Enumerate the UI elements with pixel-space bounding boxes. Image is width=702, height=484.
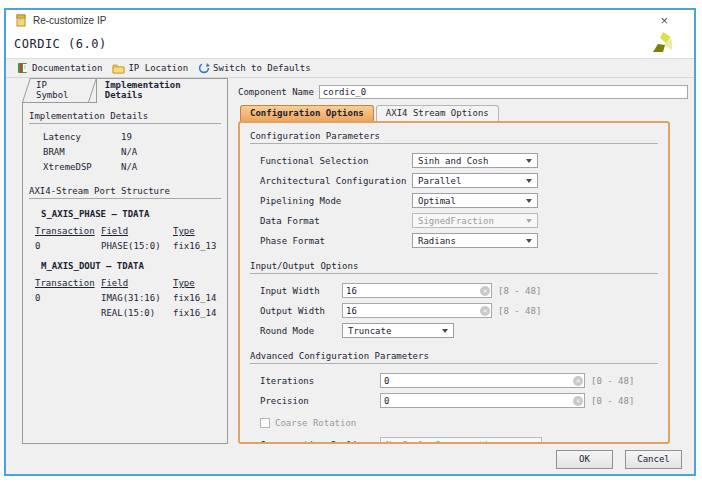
table-cell: IMAG(31:16) — [101, 293, 173, 303]
component-name-row: Component Name — [238, 84, 688, 100]
documentation-button[interactable]: Documentation — [12, 61, 107, 75]
xtremedsp-value: N/A — [121, 162, 221, 172]
window-title: Re-customize IP — [33, 15, 106, 26]
axi4-port-structure-heading: AXI4-Stream Port Structure — [29, 186, 221, 199]
iterations-range: [0 - 48] — [591, 376, 634, 386]
tab-configuration-options[interactable]: Configuration Options — [240, 105, 374, 121]
options-tabs: Configuration Options AXI4 Stream Option… — [240, 105, 688, 121]
chevron-down-icon — [526, 179, 532, 183]
ip-location-label: IP Location — [128, 63, 188, 73]
phase-format-label: Phase Format — [260, 236, 412, 246]
bram-label: BRAM — [43, 147, 121, 157]
data-format-dropdown: SignedFraction — [412, 213, 538, 228]
precision-field: × — [380, 393, 585, 408]
title-bar: Re-customize IP × — [6, 10, 694, 30]
ip-location-button[interactable]: IP Location — [107, 62, 193, 75]
input-width-range: [8 - 48] — [498, 286, 541, 296]
precision-label: Precision — [260, 396, 380, 406]
compensation-scaling-dropdown: No Scale Compensation — [380, 437, 542, 444]
tab-axi4-stream-options-label: AXI4 Stream Options — [386, 108, 489, 118]
coarse-rotation-checkbox[interactable] — [260, 418, 270, 428]
dropdown-value: Truncate — [348, 326, 391, 336]
architectural-configuration-row: Architectural Configuration Parallel — [250, 173, 658, 188]
compensation-scaling-row: Compensation Scaling No Scale Compensati… — [250, 437, 658, 444]
documentation-label: Documentation — [32, 63, 102, 73]
latency-row: Latency 19 — [29, 132, 221, 142]
switch-to-defaults-label: Switch to Defaults — [213, 63, 311, 73]
iterations-label: Iterations — [260, 376, 380, 386]
recustomize-ip-dialog: Re-customize IP × CORDIC (6.0) Documenta… — [4, 8, 696, 476]
configuration-parameters-heading: Configuration Parameters — [250, 131, 658, 144]
input-width-input[interactable] — [342, 283, 492, 298]
iterations-field: × — [380, 373, 585, 388]
data-format-label: Data Format — [260, 216, 412, 226]
close-icon[interactable]: × — [660, 14, 668, 27]
col-transaction: Transaction — [35, 226, 101, 236]
col-type: Type — [173, 278, 221, 288]
phase-format-dropdown[interactable]: Radians — [412, 233, 538, 248]
clear-icon[interactable]: × — [573, 396, 583, 406]
tab-axi4-stream-options[interactable]: AXI4 Stream Options — [376, 105, 499, 121]
chevron-down-icon — [526, 239, 532, 243]
chevron-down-icon — [526, 199, 532, 203]
left-panel: IP Symbol Implementation Details Impleme… — [22, 84, 228, 444]
coarse-rotation-label: Coarse Rotation — [275, 418, 356, 428]
table-cell: PHASE(15:0) — [101, 241, 173, 251]
chevron-down-icon — [526, 219, 532, 223]
component-name-input[interactable] — [319, 85, 688, 99]
output-width-row: Output Width × [8 - 48] — [250, 303, 658, 318]
clear-icon[interactable]: × — [480, 286, 490, 296]
tab-ip-symbol[interactable]: IP Symbol — [22, 78, 97, 102]
dialog-window-icon — [16, 14, 27, 27]
book-icon — [17, 62, 29, 74]
left-panel-tabs: IP Symbol Implementation Details — [26, 84, 228, 102]
right-panel: Component Name Configuration Options AXI… — [238, 84, 688, 444]
input-width-label: Input Width — [260, 286, 342, 296]
round-mode-dropdown[interactable]: Truncate — [342, 323, 454, 338]
ok-button[interactable]: OK — [556, 450, 613, 469]
table-cell: fix16_14 — [173, 293, 221, 303]
main-content: IP Symbol Implementation Details Impleme… — [6, 78, 694, 444]
iterations-input[interactable] — [380, 373, 585, 388]
component-name-label: Component Name — [238, 87, 314, 97]
tab-implementation-details[interactable]: Implementation Details — [96, 78, 228, 103]
iterations-row: Iterations × [0 - 48] — [250, 373, 658, 388]
chevron-down-icon — [442, 329, 448, 333]
table-cell: 0 — [35, 293, 101, 303]
round-mode-row: Round Mode Truncate — [250, 323, 658, 338]
m-axis-dout-title: M_AXIS_DOUT — TDATA — [29, 261, 221, 271]
bram-value: N/A — [121, 147, 221, 157]
dropdown-value: Radians — [418, 236, 456, 246]
coarse-rotation-row: Coarse Rotation — [250, 416, 658, 429]
precision-range: [0 - 48] — [591, 396, 634, 406]
implementation-details-heading: Implementation Details — [29, 111, 221, 124]
functional-selection-row: Functional Selection Sinh and Cosh — [250, 153, 658, 168]
dropdown-value: SignedFraction — [418, 216, 494, 226]
col-field: Field — [101, 278, 173, 288]
clear-icon[interactable]: × — [480, 306, 490, 316]
pipelining-mode-row: Pipelining Mode Optimal — [250, 193, 658, 208]
m-axis-dout-table: Transaction Field Type 0 IMAG(31:16) fix… — [29, 278, 221, 318]
cancel-button[interactable]: Cancel — [625, 450, 682, 469]
ip-title: CORDIC (6.0) — [14, 37, 107, 51]
output-width-input[interactable] — [342, 303, 492, 318]
dropdown-value: Parallel — [418, 176, 461, 186]
ip-header: CORDIC (6.0) — [6, 30, 694, 58]
table-cell: 0 — [35, 241, 101, 251]
folder-icon — [112, 63, 125, 74]
configuration-options-panel: Configuration Parameters Functional Sele… — [238, 121, 670, 444]
output-width-range: [8 - 48] — [498, 306, 541, 316]
tab-implementation-details-label: Implementation Details — [105, 80, 181, 100]
pipelining-mode-dropdown[interactable]: Optimal — [412, 193, 538, 208]
precision-row: Precision × [0 - 48] — [250, 393, 658, 408]
functional-selection-dropdown[interactable]: Sinh and Cosh — [412, 153, 538, 168]
s-axis-phase-title: S_AXIS_PHASE — TDATA — [29, 209, 221, 219]
precision-input[interactable] — [380, 393, 585, 408]
switch-to-defaults-button[interactable]: Switch to Defaults — [193, 61, 316, 75]
table-cell — [35, 308, 101, 318]
xilinx-logo-icon — [650, 31, 676, 57]
pipelining-mode-label: Pipelining Mode — [260, 196, 412, 206]
architectural-configuration-dropdown[interactable]: Parallel — [412, 173, 538, 188]
output-width-label: Output Width — [260, 306, 342, 316]
clear-icon[interactable]: × — [573, 376, 583, 386]
